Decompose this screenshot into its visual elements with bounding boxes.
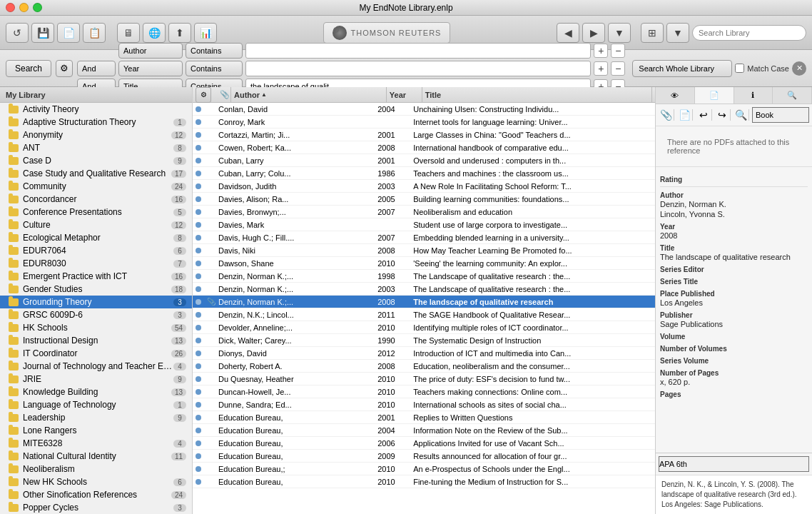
sidebar-item-ant[interactable]: ANT 8 (0, 141, 192, 154)
sidebar-item-lone-rangers[interactable]: Lone Rangers (0, 424, 192, 437)
sidebar-item-journal-of-technology-and-teac[interactable]: Journal of Technology and Teacher Ed... … (0, 360, 192, 373)
search-field-1[interactable]: AuthorTitleYear (118, 43, 183, 59)
chart-button[interactable]: 📊 (194, 23, 217, 43)
search-value-2[interactable] (245, 61, 591, 76)
remove-row-2-button[interactable]: − (611, 61, 625, 76)
table-row[interactable]: Devolder, Anneline;... 2010 Identifying … (193, 321, 655, 334)
maximize-button[interactable] (33, 3, 42, 12)
col-header-year[interactable]: Year (387, 87, 422, 102)
sidebar-item-ecological-metaphor[interactable]: Ecological Metaphor 8 (0, 231, 192, 244)
ref-list-toolbar-button[interactable]: ⚙ (196, 87, 211, 103)
layout-toggle[interactable]: ▼ (666, 23, 689, 43)
clear-search-button[interactable]: ✕ (792, 61, 806, 76)
table-row[interactable]: Denzin, N.K.; Lincol... 2011 The SAGE Ha… (193, 308, 655, 321)
minimize-button[interactable] (19, 3, 29, 12)
table-row[interactable]: Davies, Mark Student use of large corpor… (193, 218, 655, 231)
nav-next-button[interactable]: ▶ (582, 23, 605, 43)
search-op-2[interactable]: ContainsIs (186, 61, 243, 76)
sidebar-item-edur8030[interactable]: EDUR8030 7 (0, 257, 192, 270)
col-header-author[interactable]: Author ▲ (231, 87, 387, 102)
table-row[interactable]: 📎 Denzin, Norman K.;... 2008 The landsca… (193, 296, 655, 308)
sidebar-item-community[interactable]: Community 24 (0, 180, 192, 193)
table-row[interactable]: Education Bureau, 2010 Fine-tuning the M… (193, 475, 655, 488)
sidebar-item-activity-theory[interactable]: Activity Theory (0, 103, 192, 116)
sidebar-item-edur7064[interactable]: EDUR7064 6 (0, 244, 192, 257)
save-button[interactable]: 💾 (31, 23, 54, 43)
table-row[interactable]: Education Bureau, 2009 Results announced… (193, 450, 655, 463)
sidebar-item-language-of-technology[interactable]: Language of Technology 1 (0, 398, 192, 411)
sidebar-item-it-coordinator[interactable]: IT Coordinator 26 (0, 347, 192, 360)
sidebar-item-case-study-and-qualitative-res[interactable]: Case Study and Qualitative Research 17 (0, 167, 192, 180)
close-button[interactable] (6, 3, 15, 12)
search-value-1[interactable] (245, 43, 591, 59)
table-row[interactable]: Doherty, Robert A. 2008 Education, neoli… (193, 360, 655, 373)
detail-action-1[interactable]: 📎 (659, 109, 674, 121)
table-row[interactable]: Cuban, Larry; Colu... 1986 Teachers and … (193, 167, 655, 180)
col-header-title[interactable]: Title (422, 87, 652, 102)
sidebar-item-anonymity[interactable]: Anonymity 12 (0, 128, 192, 141)
match-case-checkbox[interactable]: Match Case (735, 64, 789, 73)
sidebar-item-case-d[interactable]: Case D 9 (0, 154, 192, 167)
nav-more-button[interactable]: ▼ (608, 23, 631, 43)
table-row[interactable]: Education Bureau, 2001 Replies to Writte… (193, 411, 655, 424)
ref-type-select[interactable]: Book Journal Article (752, 107, 809, 123)
search-button[interactable]: Search (6, 60, 51, 77)
table-row[interactable]: Dick, Walter; Carey... 1990 The Systemat… (193, 334, 655, 347)
sidebar-item-concordancer[interactable]: Concordancer 16 (0, 193, 192, 206)
sidebar-item-culture[interactable]: Culture 12 (0, 218, 192, 231)
detail-action-5[interactable]: 🔍 (734, 109, 749, 121)
cite-format-select[interactable]: APA 6th MLA Chicago (659, 456, 809, 472)
match-case-input[interactable] (735, 64, 744, 73)
detail-action-3[interactable]: ↩ (696, 109, 711, 121)
search-op-1[interactable]: ContainsIs (186, 43, 243, 59)
table-row[interactable]: Denzin, Norman K.;... 2003 The Landscape… (193, 283, 655, 296)
upload-button[interactable]: ⬆ (168, 23, 191, 43)
nav-prev-button[interactable]: ◀ (557, 23, 579, 43)
search-scope-select[interactable]: Search Whole Library (632, 60, 732, 77)
table-row[interactable]: Dionys, David 2012 Introduction of ICT a… (193, 347, 655, 360)
library-search-input[interactable] (692, 25, 806, 41)
tab-preview[interactable]: 👁 (656, 87, 695, 104)
detail-action-2[interactable]: 📄 (677, 109, 693, 121)
table-row[interactable]: Education Bureau, 2006 Applications Invi… (193, 437, 655, 450)
sidebar-item-mite6328[interactable]: MITE6328 4 (0, 437, 192, 450)
sidebar-item-emergent-practice-with-ict[interactable]: Emergent Practice with ICT 16 (0, 270, 192, 283)
sidebar-item-hk-schools[interactable]: HK Schools 54 (0, 321, 192, 334)
table-row[interactable]: Education Bureau,; 2010 An e-Prospectus … (193, 463, 655, 475)
table-row[interactable]: Davis, Hugh C.; Fill.... 2007 Embedding … (193, 231, 655, 244)
table-row[interactable]: Cortazzi, Martin; Ji... 2001 Large Class… (193, 128, 655, 141)
remove-row-1-button[interactable]: − (611, 44, 625, 58)
sidebar-item-leadership[interactable]: Leadership 9 (0, 411, 192, 424)
sidebar-item-national-cultural-identity[interactable]: National Cultural Identity 11 (0, 450, 192, 463)
sidebar-item-adaptive-structuration-theory[interactable]: Adaptive Structuration Theory 1 (0, 116, 192, 128)
view-button[interactable]: 🖥 (117, 23, 140, 43)
table-row[interactable]: Education Bureau, 2004 Information Note … (193, 424, 655, 437)
add-row-2-button[interactable]: + (594, 61, 608, 76)
layout-button[interactable]: ⊞ (641, 23, 664, 43)
web-button[interactable]: 🌐 (143, 23, 166, 43)
sidebar-item-neoliberalism[interactable]: Neoliberalism (0, 463, 192, 475)
sidebar-item-gender-studies[interactable]: Gender Studies 18 (0, 283, 192, 296)
sidebar-item-popper-cycles[interactable]: Popper Cycles 3 (0, 501, 192, 514)
table-row[interactable]: Dawson, Shane 2010 'Seeing' the learning… (193, 257, 655, 270)
tab-search2[interactable]: 🔍 (773, 87, 812, 104)
sidebar-item-knowledge-building[interactable]: Knowledge Building 13 (0, 386, 192, 398)
table-row[interactable]: Davies, Bronwyn;... 2007 Neoliberalism a… (193, 206, 655, 218)
col-header-paper[interactable]: 📎 (217, 87, 231, 102)
table-row[interactable]: Davies, Alison; Ra... 2005 Building lear… (193, 193, 655, 206)
sidebar-item-conference-presentations[interactable]: Conference Presentations 5 (0, 206, 192, 218)
table-row[interactable]: Duncan-Howell, Je... 2010 Teachers makin… (193, 386, 655, 398)
sidebar-item-grounding-theory[interactable]: Grounding Theory 3 (0, 296, 192, 308)
sidebar-item-other-sinofication-references[interactable]: Other Sinofication References 24 (0, 488, 192, 501)
table-row[interactable]: Davidson, Judith 2003 A New Role In Faci… (193, 180, 655, 193)
search-field-2[interactable]: YearAuthorTitle (118, 61, 183, 76)
detail-action-4[interactable]: ↪ (715, 109, 731, 121)
sidebar-item-jrie[interactable]: JRIE 9 (0, 373, 192, 386)
refresh-button[interactable]: ↺ (6, 23, 29, 43)
table-row[interactable]: Cowen, Robert; Ka... 2008 International … (193, 141, 655, 154)
search-gear-icon[interactable]: ⚙ (56, 60, 73, 77)
search-logic-2[interactable]: AndOr (77, 61, 116, 76)
sidebar-item-grsc-6009d-6[interactable]: GRSC 6009D-6 3 (0, 308, 192, 321)
table-row[interactable]: Denzin, Norman K.;... 1998 The Landscape… (193, 270, 655, 283)
sidebar-item-instructional-design[interactable]: Instructional Design 13 (0, 334, 192, 347)
